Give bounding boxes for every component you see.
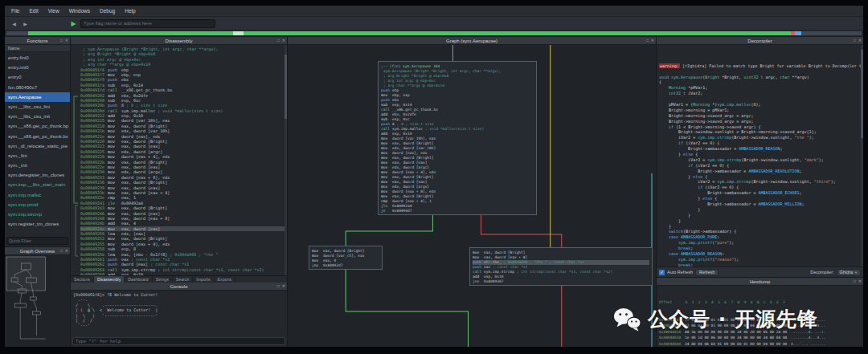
run-icon[interactable]: ▶ [69, 19, 78, 28]
function-list-item[interactable]: entry.init0 [5, 63, 70, 72]
tab-sections[interactable]: Sections [71, 276, 94, 283]
function-list-item[interactable]: sym.register_tm_clones [5, 219, 70, 229]
decompiler-line[interactable]: warning: [r2ghidra] Failed to match type… [659, 63, 861, 69]
function-list-item[interactable]: sym.Aeropause [5, 92, 70, 102]
menu-item-debug[interactable]: Debug [95, 6, 120, 16]
decompiler-line[interactable]: break; [659, 246, 861, 251]
close-icon[interactable]: ✕ [651, 39, 654, 43]
close-icon[interactable]: ✕ [282, 39, 285, 43]
popout-icon[interactable]: □ [646, 39, 649, 43]
close-icon[interactable]: ✕ [858, 39, 862, 43]
menu-item-help[interactable]: Help [120, 6, 140, 16]
close-icon[interactable]: ✕ [65, 249, 68, 253]
function-list-item[interactable]: sym.__x86.get_pc_thunk.bx [5, 132, 70, 141]
decompiler-line[interactable]: Bright->window.sunlight = Bright->mornin… [659, 129, 861, 135]
decompiler-line[interactable] [659, 69, 861, 75]
function-list-item[interactable]: sym.deregister_tm_clones [5, 170, 70, 180]
menu-item-windows[interactable]: Windows [64, 6, 95, 16]
decompiler-line[interactable]: Bright->morning->saved_argv = argv; [659, 119, 861, 124]
decompiler-line[interactable]: Bright->ambassador = AMBASSADOR_ECHOES; [659, 190, 861, 196]
decompiler-line[interactable]: iVar2 = sym.imp.strcmp(Bright->window.su… [659, 157, 861, 163]
function-list-item[interactable]: sym.imp.__libc_start_main [5, 180, 70, 189]
refresh-button[interactable]: Refresh [695, 269, 719, 276]
decompiler-line[interactable]: } [659, 218, 861, 224]
function-list-item[interactable]: sym.imp.strcmp [5, 210, 70, 219]
function-list-item[interactable]: sym.__x86.get_pc_thunk.bp [5, 121, 70, 131]
decompiler-scrollbar[interactable] [861, 45, 863, 267]
decompiler-line[interactable]: case AMBASSADOR_PURE: [659, 234, 861, 240]
function-list-item[interactable]: sym.imp.malloc [5, 190, 70, 200]
close-icon[interactable]: ✕ [858, 279, 862, 283]
decompiler-line[interactable]: Bright->morning = pMVar1; [659, 108, 861, 113]
menu-item-edit[interactable]: Edit [24, 6, 43, 16]
decompiler-line[interactable]: case AMBASSADOR_REASON: [659, 251, 861, 257]
function-list-item[interactable]: entry0 [5, 72, 70, 82]
disassembly-line[interactable]: 0x08049269addesp, 0x10 [80, 272, 287, 275]
decompiler-line[interactable]: int32_t iVar2; [659, 91, 861, 96]
decompiler-line[interactable]: if (1 < Bright->morning->saved_argc) { [659, 124, 861, 130]
tab-disassembly[interactable]: Disassembly [94, 276, 125, 283]
decompiler-line[interactable]: Bright->morning->saved_argc = argc; [659, 113, 861, 119]
function-list-item[interactable]: sym.__libc_csu_init [5, 112, 70, 121]
graph-overview-minimap[interactable] [5, 255, 70, 347]
forward-button[interactable]: ▶ [21, 19, 30, 28]
decompiler-line[interactable]: Bright->ambassador = AMBASSADOR_REASON; [659, 146, 861, 152]
decompiler-line[interactable]: iVar2 = sym.imp.strcmp(Bright->window.su… [659, 179, 861, 185]
decompiler-line[interactable]: if (iVar2 == 0) { [659, 140, 861, 146]
function-list-item[interactable]: entry.fini0 [5, 53, 70, 63]
search-input[interactable] [80, 19, 215, 28]
decompiler-line[interactable]: if (iVar2 == 0) { [659, 163, 861, 169]
tab-strings[interactable]: Strings [153, 276, 173, 283]
console-input[interactable] [72, 337, 285, 345]
popout-icon[interactable]: □ [60, 249, 63, 253]
function-list-item[interactable]: fcn.080490c7 [5, 83, 70, 92]
popout-icon[interactable]: □ [60, 39, 63, 43]
decompiler-line[interactable]: } [659, 207, 861, 213]
decompiler-line[interactable]: } [659, 213, 861, 218]
popout-icon[interactable]: □ [277, 284, 280, 288]
decompiler-line[interactable]: switch(Bright->ambassador) { [659, 229, 861, 234]
auto-refresh-checkbox[interactable]: ✓ [659, 270, 665, 275]
decompiler-line[interactable] [659, 96, 861, 102]
function-list-item[interactable]: sym.__libc_csu_fini [5, 102, 70, 112]
menu-item-view[interactable]: View [43, 6, 64, 16]
decompiler-line[interactable]: } [659, 224, 861, 230]
popout-icon[interactable]: □ [854, 279, 856, 283]
hexdump-row[interactable]: 0x080480301e 00 1d 00 06 00 00 00 34 00 … [659, 335, 861, 340]
tab-exports[interactable]: Exports [215, 276, 236, 283]
function-list-item[interactable]: sym._init [5, 161, 70, 170]
decompiler-line[interactable]: Morning *pMVar1; [659, 85, 861, 91]
function-list-item[interactable]: sym._dl_relocate_static_pie [5, 141, 70, 151]
decompiler-select[interactable]: Ghidra ▼ [837, 269, 861, 276]
decompiler-line[interactable]: pMVar1 = (Morning *)sym.imp.malloc(8); [659, 102, 861, 108]
decompiler-line[interactable]: { [659, 79, 861, 85]
decompiler-line[interactable]: sym.imp.printf("reason"); [659, 257, 861, 262]
popout-icon[interactable]: □ [854, 39, 856, 43]
tab-dashboard[interactable]: Dashboard [125, 276, 152, 283]
disassembly-scrollbar[interactable] [285, 45, 287, 275]
function-list-item[interactable]: sym.imp.printf [5, 200, 70, 210]
function-list-item[interactable]: sym._fini [5, 151, 70, 161]
tab-imports[interactable]: Imports [193, 276, 214, 283]
quick-filter-input[interactable] [6, 237, 68, 245]
hexdump-row[interactable]: 0x0804804034 80 04 08 60 01 00 00 60 01 … [659, 341, 861, 347]
menu-item-file[interactable]: File [6, 6, 24, 16]
close-icon[interactable]: ✕ [282, 284, 285, 288]
address-navigation-bar[interactable] [5, 31, 863, 37]
decompiler-line[interactable]: if (iVar2 == 0) { [659, 185, 861, 190]
decompiler-line[interactable]: sym.imp.printf("pure"); [659, 240, 861, 246]
back-button[interactable]: ◀ [10, 19, 18, 28]
functions-name-column-header[interactable]: Name [5, 45, 70, 52]
decompiler-line[interactable]: void sym.Aeropause(Bright *Bright, uint3… [659, 75, 861, 80]
close-icon[interactable]: ✕ [65, 39, 68, 43]
decompiler-line[interactable]: break; [659, 262, 861, 267]
tab-search[interactable]: Search [173, 276, 193, 283]
graph-node-entry[interactable]: ;-- (fcn) sym.Aeropause 384sym.Aeropause… [378, 61, 537, 215]
decompiler-line[interactable]: Bright->ambassador = AMBASSADOR_MILLION; [659, 201, 861, 207]
decompiler-line[interactable]: } else { [659, 174, 861, 180]
graph-node-true-branch[interactable]: moveax, dword [Bright]moveax, dword [eax… [469, 247, 653, 286]
graph-canvas[interactable]: ;-- (fcn) sym.Aeropause 384sym.Aeropause… [288, 45, 656, 347]
popout-icon[interactable]: □ [277, 39, 280, 43]
decompiler-line[interactable]: Bright->ambassador = AMBASSADOR_REVOLUTI… [659, 169, 861, 174]
decompiler-line[interactable]: iVar2 = sym.imp.strcmp(Bright->window.su… [659, 135, 861, 140]
